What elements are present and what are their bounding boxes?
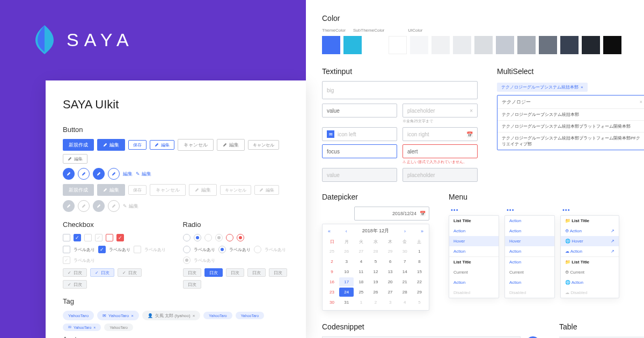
checkbox-error-checked[interactable]: ✓ [116,234,124,241]
datepicker-input[interactable]: 2018/12/24📅 [354,207,429,221]
menu-item[interactable]: Action [505,226,554,236]
cal-day[interactable]: 17 [339,277,354,286]
radio[interactable] [183,246,191,253]
menu-item[interactable]: ☁ Action↗ [561,246,619,256]
chk-pill[interactable]: ✓ 日次 [63,268,87,277]
menu-item-hover[interactable]: Hover [449,236,499,246]
cal-day[interactable]: 7 [398,257,412,266]
ms-option[interactable]: テクノロジーグループシステム統括本部プラットフォーム開発本部 [497,120,644,132]
radio-error[interactable] [226,234,233,241]
cal-day[interactable]: 19 [368,277,383,286]
ms-option[interactable]: テクノロジーグループシステム統括本部 [497,108,644,120]
radio[interactable] [183,234,191,241]
tag-close[interactable]: ✉ YahooTaro × [97,311,139,320]
cal-day-off[interactable]: 29 [383,247,398,256]
icon-btn-outline[interactable] [108,168,120,180]
menu-item[interactable]: Action [505,246,554,256]
icon-btn-outline[interactable] [78,168,90,180]
chk-pill-on[interactable]: ✓ 日次 [90,268,114,277]
input-placeholder[interactable]: placeholder× [402,104,478,117]
menu-item[interactable]: Action [505,216,554,226]
menu-trigger-icon[interactable]: ••• [504,207,555,215]
rad-pill[interactable]: 日次 [226,268,244,277]
menu-trigger-icon[interactable]: ••• [560,207,619,215]
cal-day[interactable]: 6 [383,257,398,266]
cal-day-off[interactable]: 2 [368,298,383,307]
tag[interactable]: YahooTaro [63,311,94,320]
cal-day[interactable]: 20 [383,277,398,286]
menu-item[interactable]: Action [449,277,499,288]
rad-pill-on[interactable]: 日次 [204,268,223,277]
menu-item[interactable]: 🌐 Action [561,277,619,288]
cal-day[interactable]: 28 [398,288,412,297]
ms-chip[interactable]: テクノロジーグループシステム統括本部 × [497,83,588,92]
cal-day-off[interactable]: 27 [354,247,368,256]
ms-option[interactable]: テクノロジーグループシステム統括本部プラットフォーム開発本部PFクリエイティブ部 [497,132,644,150]
menu-trigger-icon[interactable]: ••• [449,207,499,215]
btn-cancel-sm[interactable]: キャンセル [248,140,279,150]
link-edit[interactable]: ✎ 編集 [136,171,151,178]
cal-day-off[interactable]: 30 [398,247,412,256]
input-icon-left[interactable]: ✉icon left [322,127,397,141]
input-big[interactable]: big [322,81,478,99]
checkbox-checked[interactable]: ✓ [74,234,81,241]
btn-save-outline[interactable]: 保存 [128,140,147,150]
cal-day-off[interactable]: 26 [339,247,354,256]
tag-sm[interactable]: YahooTaro [236,312,264,319]
checkbox[interactable] [63,234,70,241]
input-focus[interactable]: focus [322,144,397,158]
menu-item[interactable]: Action [449,226,499,236]
input-icon-right[interactable]: icon right📅 [402,127,478,141]
cal-day[interactable]: 9 [325,267,339,276]
cal-day[interactable]: 16 [325,277,339,286]
cal-prev-icon[interactable]: ‹ [346,229,347,234]
radio-on[interactable] [194,234,201,241]
tag-sm-close[interactable]: ✉ YahooTaro × [63,324,101,331]
rad-pill[interactable]: 日次 [183,268,201,277]
cal-day[interactable]: 27 [383,288,398,297]
cal-next-icon[interactable]: › [404,229,406,234]
cal-day[interactable]: 5 [368,257,383,266]
cal-day[interactable]: 18 [354,277,368,286]
cal-prev-year-icon[interactable]: « [328,229,331,234]
cal-day-off[interactable]: 4 [398,298,412,307]
cal-day-off[interactable]: 28 [368,247,383,256]
icon-btn-primary[interactable] [63,168,75,180]
menu-item-hover[interactable]: Hover [505,236,554,246]
checkbox-checked[interactable]: ✓ [98,246,106,253]
cal-day[interactable]: 12 [368,267,383,276]
cal-day-off[interactable]: 3 [383,298,398,307]
cal-day[interactable]: 15 [412,267,427,276]
radio-error-on[interactable] [237,234,244,241]
cal-day[interactable]: 3 [339,257,354,266]
checkbox[interactable] [63,246,70,253]
ms-dropdown[interactable]: テクノロジー× テクノロジーグループシステム統括本部 テクノロジーグループシステ… [497,95,644,150]
icon-btn-primary[interactable] [93,168,105,180]
cal-day[interactable]: 26 [368,288,383,297]
cal-day[interactable]: 30 [325,298,339,307]
link-edit[interactable]: 編集 [123,171,133,178]
btn-edit-sm[interactable]: 編集 [63,154,87,164]
cal-day[interactable]: 25 [354,288,368,297]
cal-day[interactable]: 11 [354,267,368,276]
cal-day[interactable]: 29 [412,288,427,297]
checkbox-error[interactable] [106,234,113,241]
btn-edit-ghost[interactable]: 編集 [217,139,245,151]
menu-item[interactable]: Action [449,246,499,256]
cal-day[interactable]: 14 [398,267,412,276]
menu-item[interactable]: ⚙ Action↗ [561,226,619,236]
menu-item[interactable]: Action [505,277,554,288]
cal-day[interactable]: 8 [412,257,427,266]
cal-day[interactable]: 24 [339,288,354,297]
radio-on[interactable] [218,246,226,253]
cal-day[interactable]: 4 [354,257,368,266]
cal-next-year-icon[interactable]: » [421,229,423,234]
cal-day-off[interactable]: 25 [325,247,339,256]
tag-avatar[interactable]: 👤 矢風 太郎 (tyahoo) × [142,311,200,320]
btn-edit-outline[interactable]: 編集 [150,140,174,150]
input-value[interactable]: value [322,104,397,117]
cal-day-off[interactable]: 1 [354,298,368,307]
input-alert[interactable]: alert [402,144,478,158]
cal-day[interactable]: 23 [325,288,339,297]
btn-cancel[interactable]: キャンセル [178,139,214,151]
